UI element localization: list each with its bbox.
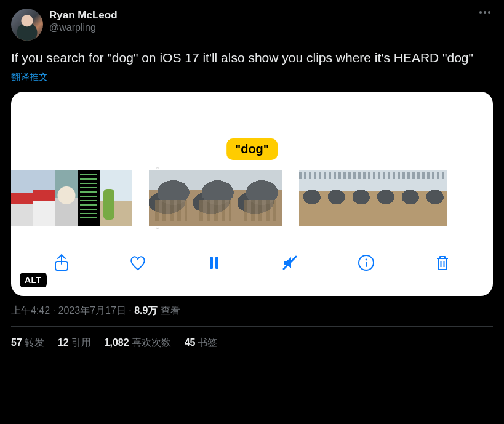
- trash-icon: [433, 253, 452, 273]
- transcript-match-badge: "dog": [226, 138, 278, 160]
- stat-label: 转发: [25, 337, 44, 348]
- stat-label: 引用: [71, 337, 91, 348]
- translate-link[interactable]: 翻译推文: [11, 71, 493, 83]
- svg-rect-1: [210, 257, 213, 269]
- video-timeline[interactable]: [11, 170, 493, 226]
- clip-group[interactable]: [299, 170, 447, 226]
- stat-count: 1,082: [105, 337, 129, 348]
- stat-count: 12: [58, 337, 69, 348]
- tweet-container: Ryan McLeod @warpling If you search for …: [0, 0, 504, 350]
- share-icon: [52, 253, 71, 273]
- separator: ·: [50, 305, 58, 316]
- author-block[interactable]: Ryan McLeod @warpling: [49, 9, 118, 34]
- tweet-meta: 上午4:42 · 2023年7月17日 · 8.9万 查看: [11, 305, 493, 327]
- clip-group[interactable]: [149, 170, 282, 226]
- tweet-header: Ryan McLeod @warpling: [11, 9, 493, 41]
- mute-button[interactable]: [279, 252, 301, 274]
- more-options-button[interactable]: [477, 9, 493, 16]
- clip-thumbnail[interactable]: [299, 170, 324, 226]
- clip-thumbnail[interactable]: [78, 170, 100, 226]
- pause-button[interactable]: [203, 252, 225, 274]
- stat-label: 书签: [198, 337, 217, 348]
- share-button[interactable]: [50, 252, 73, 274]
- clip-thumbnail[interactable]: [422, 170, 447, 226]
- media-toolbar: [11, 238, 493, 296]
- clip-thumbnail[interactable]: [193, 170, 238, 226]
- clip-thumbnail[interactable]: [149, 170, 193, 226]
- clip-thumbnail[interactable]: [33, 170, 55, 226]
- display-name: Ryan McLeod: [49, 9, 118, 22]
- speaker-muted-icon: [280, 253, 300, 273]
- stat-count: 45: [185, 337, 196, 348]
- clip-thumbnail[interactable]: [11, 170, 33, 226]
- like-button[interactable]: [127, 252, 149, 274]
- clip-thumbnail[interactable]: [100, 170, 132, 226]
- views-label: 查看: [158, 305, 180, 316]
- pause-icon: [204, 253, 224, 273]
- clip-thumbnail[interactable]: [398, 170, 422, 226]
- clip-thumbnail[interactable]: [55, 170, 78, 226]
- clip-thumbnail[interactable]: [348, 170, 373, 226]
- info-button[interactable]: [355, 252, 377, 274]
- views-count: 8.9万: [134, 305, 158, 316]
- clip-group[interactable]: [11, 170, 132, 226]
- tweet-stats: 57转发 12引用 1,082喜欢次数 45书签: [11, 327, 493, 350]
- svg-point-5: [366, 259, 367, 261]
- media-card[interactable]: "dog": [11, 92, 493, 296]
- bookmarks-stat[interactable]: 45书签: [185, 337, 218, 350]
- delete-button[interactable]: [431, 252, 454, 274]
- likes-stat[interactable]: 1,082喜欢次数: [105, 337, 171, 350]
- tweet-date[interactable]: 2023年7月17日: [58, 305, 126, 316]
- svg-rect-2: [215, 257, 218, 269]
- tweet-text: If you search for "dog" on iOS 17 it'll …: [11, 49, 493, 66]
- alt-badge[interactable]: ALT: [20, 273, 47, 287]
- separator: ·: [126, 305, 134, 316]
- heart-icon: [128, 253, 148, 273]
- avatar[interactable]: [11, 9, 43, 41]
- stat-label: 喜欢次数: [132, 337, 171, 348]
- tweet-time[interactable]: 上午4:42: [11, 305, 50, 316]
- clip-thumbnail[interactable]: [238, 170, 282, 226]
- stat-count: 57: [11, 337, 22, 348]
- retweets-stat[interactable]: 57转发: [11, 337, 44, 350]
- quotes-stat[interactable]: 12引用: [58, 337, 91, 350]
- info-icon: [356, 253, 376, 273]
- clip-thumbnail[interactable]: [324, 170, 348, 226]
- handle: @warpling: [49, 22, 118, 34]
- clip-thumbnail[interactable]: [373, 170, 398, 226]
